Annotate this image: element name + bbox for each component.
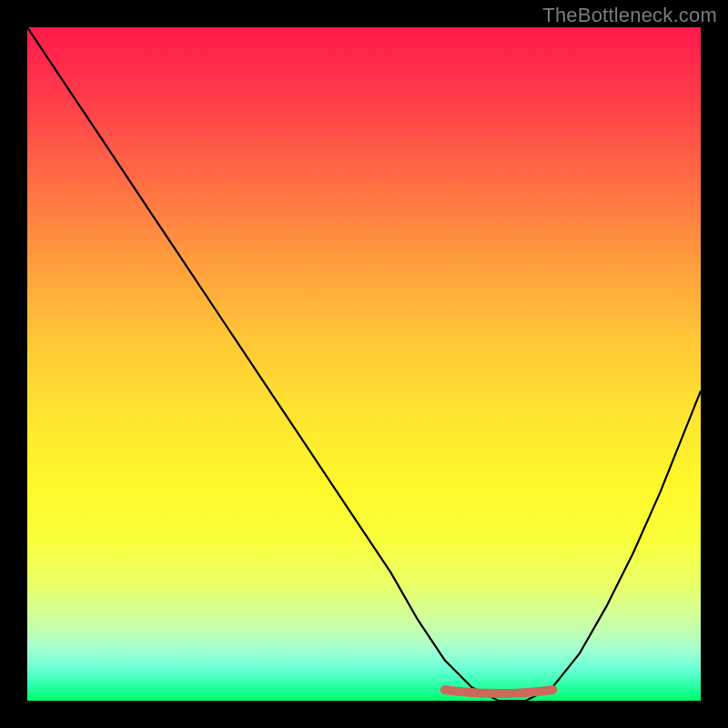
watermark-text: TheBottleneck.com bbox=[542, 4, 717, 27]
bottleneck-curve-line bbox=[27, 27, 701, 701]
chart-frame: TheBottleneck.com bbox=[0, 0, 728, 728]
optimal-range-marker bbox=[445, 690, 552, 693]
plot-area bbox=[27, 27, 701, 701]
chart-svg bbox=[27, 27, 701, 701]
